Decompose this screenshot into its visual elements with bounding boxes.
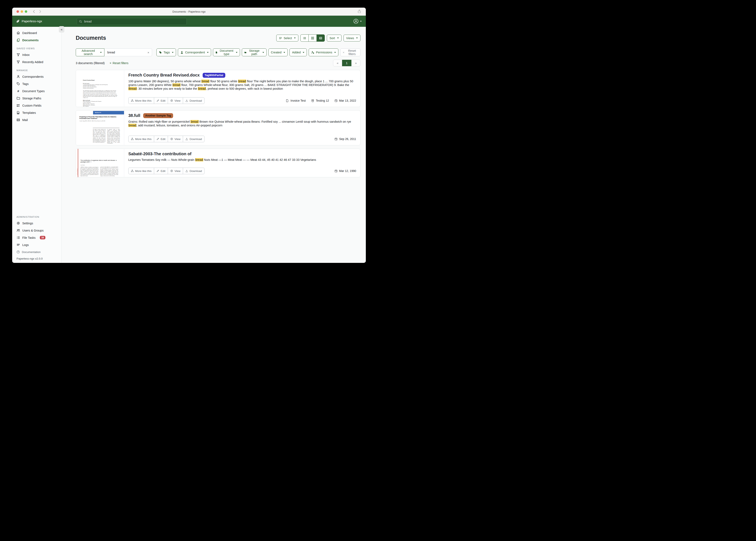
tag-icon [17, 82, 20, 86]
sidebar-item-document-types[interactable]: # Document Types [12, 87, 61, 95]
detail-view-button[interactable] [317, 35, 325, 41]
views-button[interactable]: Views [344, 35, 360, 41]
users-icon [17, 229, 20, 232]
view-button[interactable]: View [168, 168, 183, 174]
chevron-down-icon [100, 52, 102, 53]
filter-bar: Advanced search × Tags Correspondent [76, 48, 360, 56]
sidebar-item-custom-fields[interactable]: Custom Fields [12, 102, 61, 109]
date-meta: Mar 13, 2022 [334, 99, 356, 102]
app-window: Documents - Paperless-ngx Paperless-ngx … [12, 8, 366, 263]
download-button[interactable]: Download [183, 98, 204, 104]
global-search-input[interactable] [84, 20, 184, 23]
correspondent-meta[interactable]: Testing 12 [311, 99, 329, 102]
document-card[interactable]: French Country Bread For the Leaven 1 he… [76, 70, 360, 107]
date-meta: Mar 12, 1990 [334, 169, 356, 173]
user-menu[interactable] [353, 19, 362, 24]
sidebar-item-settings[interactable]: Settings [12, 220, 61, 227]
more-like-this-button[interactable]: More like this [129, 98, 154, 104]
brand[interactable]: Paperless-ngx [16, 19, 42, 23]
storage-path-filter-button[interactable]: Storage path [242, 48, 267, 56]
previous-page-button[interactable]: « [333, 60, 342, 66]
reset-filters-button[interactable]: Reset filters [340, 48, 360, 56]
chevron-down-icon [236, 52, 237, 53]
document-title[interactable]: 38.full [128, 113, 140, 118]
sidebar-item-tags[interactable]: Tags [12, 80, 61, 87]
card-actions: More like this Edit View [128, 168, 204, 174]
clear-search-icon[interactable]: × [147, 51, 150, 54]
correspondent-filter-button[interactable]: Correspondent [178, 48, 211, 56]
chevron-down-icon [262, 52, 264, 53]
more-like-this-button[interactable]: More like this [129, 136, 154, 142]
reset-filters-link[interactable]: × Reset filters [110, 61, 128, 65]
document-type-filter-button[interactable]: Document type [213, 48, 240, 56]
download-icon [185, 99, 188, 102]
sidebar-item-recently-added[interactable]: Recently Added [12, 58, 61, 66]
created-filter-button[interactable]: Created [268, 48, 288, 56]
sidebar-item-correspondents[interactable]: Correspondents [12, 73, 61, 80]
edit-button[interactable]: Edit [154, 136, 168, 142]
person-icon [180, 51, 183, 54]
sidebar-collapse-button[interactable]: « [59, 26, 64, 33]
document-count: 3 documents (filtered) [76, 61, 105, 65]
document-tag[interactable]: Another Sample Tag [143, 113, 173, 118]
filter-search-input[interactable] [107, 51, 147, 54]
document-thumbnail[interactable]: French Country Bread For the Leaven 1 he… [76, 70, 124, 107]
pencil-icon [156, 170, 159, 172]
select-button[interactable]: Select [276, 35, 298, 41]
download-button[interactable]: Download [183, 136, 204, 142]
list-view-button[interactable] [301, 35, 308, 41]
more-like-this-button[interactable]: More like this [129, 168, 154, 174]
advanced-search-button[interactable]: Advanced search [76, 48, 104, 56]
documentation-link[interactable]: Documentation [12, 249, 61, 256]
tags-filter-button[interactable]: Tags [156, 48, 176, 56]
view-mode-toggle [300, 34, 325, 42]
file-icon [286, 99, 289, 102]
document-card[interactable]: of Clinical Nutrition Downloaded from Th… [76, 149, 360, 177]
document-meta: Mar 12, 1990 [334, 169, 356, 173]
added-filter-button[interactable]: Added [289, 48, 307, 56]
global-search[interactable] [77, 18, 187, 25]
sidebar-item-storage-paths[interactable]: Storage Paths [12, 95, 61, 102]
close-icon: × [110, 61, 111, 65]
current-page-button[interactable]: 1 [342, 60, 351, 66]
file-icon [215, 51, 218, 54]
sidebar-item-file-tasks[interactable]: File Tasks 16 [12, 234, 61, 241]
home-icon [17, 31, 20, 35]
sidebar-item-inbox[interactable]: Inbox [12, 51, 61, 58]
sidebar-item-documents[interactable]: Documents [12, 37, 61, 44]
detail-view-icon [319, 37, 322, 40]
sidebar-item-dashboard[interactable]: Dashboard [12, 29, 61, 37]
document-type-meta[interactable]: Invoice Test [286, 99, 306, 102]
edit-button[interactable]: Edit [154, 98, 168, 104]
document-list: French Country Bread For the Leaven 1 he… [76, 70, 360, 177]
edit-button[interactable]: Edit [154, 168, 168, 174]
grid-view-icon [311, 37, 314, 40]
page-title: Documents [76, 35, 106, 41]
document-card[interactable]: Nutrition FYI Preparing to Prescribe Pla… [76, 110, 360, 145]
share-icon[interactable] [357, 9, 361, 13]
document-thumbnail[interactable]: Nutrition FYI Preparing to Prescribe Pla… [76, 111, 124, 145]
chevron-down-icon [172, 52, 174, 53]
sort-button[interactable]: Sort [327, 35, 341, 41]
sidebar-item-users-groups[interactable]: Users & Groups [12, 227, 61, 234]
document-title[interactable]: Sabaté-2003-The contribution of [128, 152, 191, 156]
sidebar-item-templates[interactable]: Templates [12, 109, 61, 116]
eye-icon [170, 99, 173, 102]
document-title[interactable]: French Country Bread Revised.docx [128, 73, 200, 78]
permissions-filter-button[interactable]: Permissions [309, 48, 338, 56]
document-thumbnail[interactable]: of Clinical Nutrition Downloaded from Th… [76, 149, 124, 177]
grid-view-button[interactable] [308, 35, 317, 41]
pagination: « 1 » [333, 60, 360, 66]
view-button[interactable]: View [168, 136, 183, 142]
document-tag[interactable]: TagWithPartial [203, 73, 225, 78]
sidebar-item-mail[interactable]: Mail [12, 116, 61, 124]
view-button[interactable]: View [168, 98, 183, 104]
download-button[interactable]: Download [183, 168, 204, 174]
document-snippet: 100 grams Water (80 degrees), 50 grams w… [128, 79, 356, 91]
chevron-down-icon [337, 38, 339, 39]
chevron-down-icon [303, 52, 304, 53]
folder-icon [244, 51, 247, 54]
next-page-button[interactable]: » [352, 60, 360, 66]
sidebar-item-logs[interactable]: Logs [12, 241, 61, 249]
tag-icon [159, 51, 162, 54]
